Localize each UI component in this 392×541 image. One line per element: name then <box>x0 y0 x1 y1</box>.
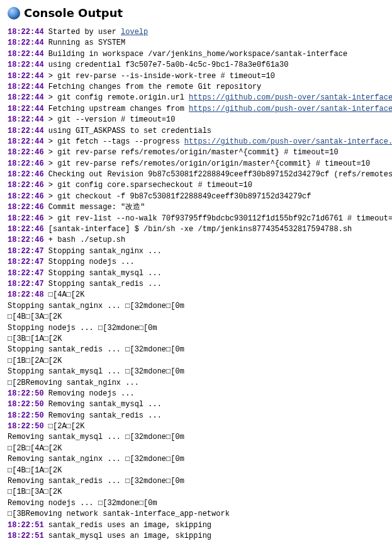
console-line: 18:22:47 Stopping santak_nginx ... <box>8 246 384 257</box>
console-line: □[3B□[1A□[2K <box>8 334 384 345</box>
console-line: Removing santak_mysql ... □[32mdone□[0m <box>8 432 384 443</box>
timestamp: 18:22:46 <box>8 203 44 212</box>
timestamp: 18:22:48 <box>8 290 44 299</box>
console-line: Stopping nodejs ... □[32mdone□[0m <box>8 323 384 334</box>
console-line: 18:22:51 santak_redis uses an image, ski… <box>8 520 384 531</box>
build-status-icon <box>8 7 20 20</box>
timestamp: 18:22:44 <box>8 50 44 59</box>
timestamp: 18:22:50 <box>8 389 44 398</box>
console-line: 18:22:51 santak_mysql uses an image, ski… <box>8 531 384 541</box>
timestamp: 18:22:46 <box>8 148 44 157</box>
timestamp: 18:22:46 <box>8 159 44 168</box>
page-title: Console Output <box>24 6 123 20</box>
console-line: □[1B□[3A□[2K <box>8 487 384 498</box>
timestamp: 18:22:50 <box>8 400 44 409</box>
console-line: 18:22:50 Removing nodejs ... <box>8 389 384 399</box>
timestamp: 18:22:50 <box>8 411 44 420</box>
console-line: Stopping santak_redis ... □[32mdone□[0m <box>8 345 384 355</box>
console-line: 18:22:44 using credential f3c507e7-5a0b-… <box>8 60 384 71</box>
console-line: 18:22:44 Fetching upstream changes from … <box>8 104 384 115</box>
repo-url-link[interactable]: https://github.com/push-over/santak-inte… <box>189 105 392 113</box>
timestamp: 18:22:46 <box>8 236 44 244</box>
console-line: 18:22:47 Stopping santak_mysql ... <box>8 268 384 279</box>
timestamp: 18:22:44 <box>8 28 44 37</box>
console-line: 18:22:46 > git rev-parse refs/remotes/or… <box>8 159 384 169</box>
timestamp: 18:22:44 <box>8 93 44 102</box>
timestamp: 18:22:47 <box>8 269 44 278</box>
console-line: 18:22:46 > git config core.sparsecheckou… <box>8 180 384 191</box>
console-line: □[3BRemoving network santak-interface_ap… <box>8 509 384 520</box>
console-line: 18:22:46 > git rev-list --no-walk 70f937… <box>8 214 384 224</box>
timestamp: 18:22:46 <box>8 214 44 223</box>
console-header: Console Output <box>8 6 384 20</box>
timestamp: 18:22:46 <box>8 181 44 190</box>
console-line: Stopping santak_mysql ... □[32mdone□[0m <box>8 367 384 377</box>
console-line: 18:22:46 [santak-interface] $ /bin/sh -x… <box>8 224 384 235</box>
console-line: 18:22:44 Building in workspace /var/jenk… <box>8 49 384 60</box>
console-line: □[2BRemoving santak_nginx ... <box>8 378 384 389</box>
user-link[interactable]: lovelp <box>121 28 148 37</box>
console-line: 18:22:48 □[4A□[2K <box>8 290 384 300</box>
console-line: 18:22:46 Commit message: "改造" <box>8 202 384 213</box>
console-output: 18:22:44 Started by user lovelp18:22:44 … <box>8 27 384 541</box>
console-line: 18:22:47 Stopping nodejs ... <box>8 257 384 268</box>
console-line: 18:22:44 using GIT_ASKPASS to set creden… <box>8 126 384 137</box>
timestamp: 18:22:44 <box>8 38 44 47</box>
console-line: 18:22:50 Removing santak_mysql ... <box>8 399 384 410</box>
console-line: 18:22:46 + bash ./setup.sh <box>8 235 384 246</box>
console-line: 18:22:47 Stopping santak_redis ... <box>8 279 384 290</box>
timestamp: 18:22:44 <box>8 105 44 113</box>
console-line: Removing nodejs ... □[32mdone□[0m <box>8 498 384 509</box>
console-line: □[2B□[4A□[2K <box>8 443 384 454</box>
console-line: 18:22:50 □[2A□[2K <box>8 421 384 432</box>
timestamp: 18:22:44 <box>8 127 44 135</box>
timestamp: 18:22:51 <box>8 521 44 530</box>
console-line: Removing santak_nginx ... □[32mdone□[0m <box>8 454 384 465</box>
timestamp: 18:22:47 <box>8 247 44 256</box>
console-line: 18:22:44 > git rev-parse --is-inside-wor… <box>8 71 384 82</box>
console-line: 18:22:44 Running as SYSTEM <box>8 38 384 48</box>
timestamp: 18:22:47 <box>8 280 44 288</box>
timestamp: 18:22:44 <box>8 60 44 69</box>
timestamp: 18:22:44 <box>8 83 44 91</box>
console-line: 18:22:44 > git --version # timeout=10 <box>8 115 384 125</box>
console-line: 18:22:46 Checking out Revision 9b87c5308… <box>8 169 384 180</box>
repo-url-link[interactable]: https://github.com/push-over/santak-inte… <box>184 137 392 146</box>
timestamp: 18:22:46 <box>8 192 44 201</box>
console-line: 18:22:46 > git checkout -f 9b87c53081f22… <box>8 191 384 202</box>
timestamp: 18:22:44 <box>8 137 44 146</box>
console-line: 18:22:46 > git rev-parse refs/remotes/or… <box>8 147 384 158</box>
console-line: □[1B□[2A□[2K <box>8 356 384 367</box>
console-line: 18:22:44 > git fetch --tags --progress h… <box>8 137 384 147</box>
timestamp: 18:22:46 <box>8 225 44 234</box>
console-line: 18:22:44 Started by user lovelp <box>8 27 384 38</box>
console-line: 18:22:50 Removing santak_redis ... <box>8 411 384 421</box>
console-line: Removing santak_redis ... □[32mdone□[0m <box>8 476 384 487</box>
timestamp: 18:22:44 <box>8 72 44 81</box>
console-line: □[4B□[3A□[2K <box>8 312 384 322</box>
console-line: □[4B□[1A□[2K <box>8 465 384 476</box>
console-line: 18:22:44 > git config remote.origin.url … <box>8 93 384 103</box>
repo-url-link[interactable]: https://github.com/push-over/santak-inte… <box>189 93 392 102</box>
timestamp: 18:22:50 <box>8 422 44 431</box>
timestamp: 18:22:47 <box>8 258 44 266</box>
console-line: 18:22:44 Fetching changes from the remot… <box>8 82 384 93</box>
timestamp: 18:22:46 <box>8 170 44 179</box>
timestamp: 18:22:51 <box>8 532 44 540</box>
timestamp: 18:22:44 <box>8 115 44 124</box>
console-line: Stopping santak_nginx ... □[32mdone□[0m <box>8 301 384 312</box>
